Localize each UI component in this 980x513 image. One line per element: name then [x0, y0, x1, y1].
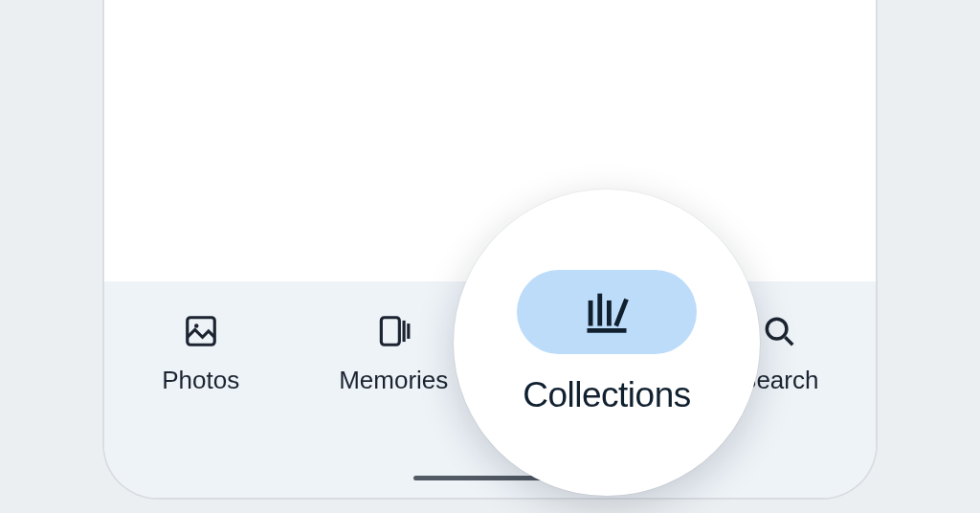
memories-icon	[374, 312, 412, 350]
collections-pill[interactable]	[517, 270, 697, 354]
svg-rect-2	[382, 318, 400, 346]
photo-icon	[182, 312, 220, 350]
nav-photos-label: Photos	[162, 366, 239, 395]
svg-point-1	[194, 323, 198, 327]
collections-callout: Collections	[454, 190, 760, 496]
collections-icon	[576, 284, 637, 340]
svg-point-3	[768, 319, 788, 339]
content-area: Albums NHH-9633 8262 Documents	[104, 0, 876, 281]
collections-callout-label: Collections	[523, 375, 690, 415]
search-icon	[760, 312, 798, 350]
nav-photos[interactable]: Photos	[104, 312, 298, 395]
nav-memories-label: Memories	[339, 366, 448, 395]
